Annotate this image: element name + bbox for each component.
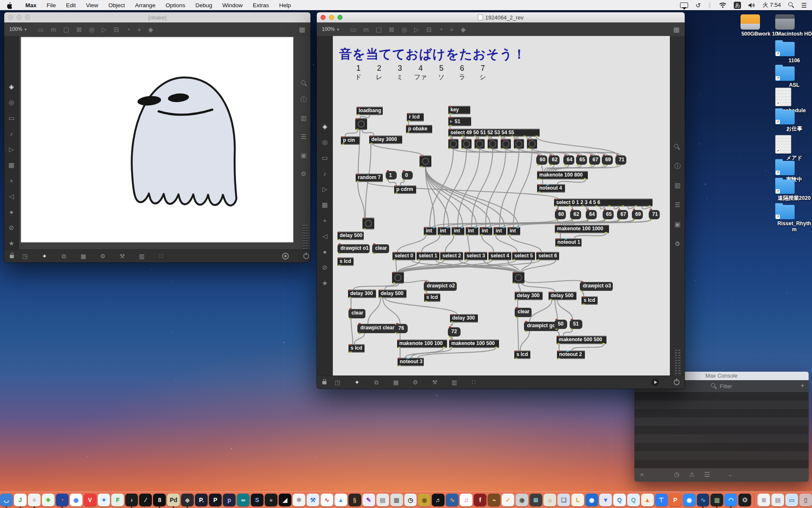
patch-makenote-100-500[interactable]: makenote 100 500: [449, 340, 499, 348]
dock-vlc[interactable]: ▲: [641, 494, 654, 506]
dock-app-grid[interactable]: ⊞: [529, 494, 542, 506]
dock-textedit[interactable]: ≡: [28, 494, 41, 506]
zoom-button[interactable]: [337, 15, 343, 20]
patch-0[interactable]: 0: [402, 171, 413, 179]
message-box-icon[interactable]: m: [363, 26, 369, 33]
grid-toggle-icon[interactable]: ▦: [299, 25, 305, 33]
playbar-icon[interactable]: ▷: [102, 26, 107, 33]
jitter-icon[interactable]: ▷: [322, 186, 327, 192]
audio-power-button[interactable]: [303, 253, 309, 259]
dock-pure-data[interactable]: Pd: [167, 494, 180, 506]
patch-s-lcd[interactable]: s lcd: [514, 351, 530, 359]
grid-snap-icon[interactable]: ▦: [80, 253, 86, 259]
gear-icon[interactable]: ⚙: [100, 253, 106, 259]
search-icon[interactable]: [674, 144, 680, 150]
patch-select-1[interactable]: select 1: [417, 252, 439, 260]
input-source-badge[interactable]: あ: [734, 2, 741, 9]
tools-icon[interactable]: ⚒: [432, 379, 438, 385]
patch-72[interactable]: 72: [448, 327, 461, 337]
patch-int[interactable]: int: [480, 227, 492, 235]
duplicate-icon[interactable]: ⧉: [374, 379, 379, 385]
record-icon[interactable]: ●: [323, 248, 326, 255]
patch-bang-button[interactable]: [527, 139, 537, 149]
patch-int[interactable]: int: [452, 227, 464, 235]
dot-grid-icon[interactable]: ∷: [472, 379, 476, 385]
close-button[interactable]: [321, 15, 326, 20]
panel-icon[interactable]: ▭: [322, 155, 328, 161]
menu-debug[interactable]: Debug: [190, 2, 217, 8]
dock-gold-app[interactable]: ◉: [418, 494, 431, 506]
dock-knob-app[interactable]: ◉: [516, 494, 528, 506]
settings-icon[interactable]: ⚙: [301, 171, 306, 177]
patch-60[interactable]: 60: [536, 155, 547, 165]
message-box-icon[interactable]: m: [51, 26, 56, 33]
patch-int[interactable]: int: [508, 227, 520, 235]
tools-icon[interactable]: ⚒: [120, 253, 125, 259]
patch-69[interactable]: 69: [632, 210, 643, 219]
add-icon[interactable]: +: [10, 177, 14, 184]
dock-knot-app[interactable]: §: [348, 494, 361, 506]
dot-grid-icon[interactable]: ∷: [159, 253, 163, 259]
jitter-icon[interactable]: ▷: [9, 146, 14, 152]
menu-options[interactable]: Options: [160, 2, 190, 8]
patch-select-49-50-51-52-53-54-55[interactable]: select 49 50 51 52 53 54 55: [448, 129, 540, 137]
dock-blue-panel-doc[interactable]: ▭: [785, 494, 798, 506]
dock-garageband[interactable]: ⌁: [488, 494, 500, 506]
dock-safari[interactable]: ✦: [98, 494, 110, 506]
patch-noteout-1[interactable]: noteout 1: [555, 238, 582, 247]
dock-keynote[interactable]: ⊤: [655, 494, 668, 506]
dock-screens-app[interactable]: ❏: [557, 494, 570, 506]
dial-icon[interactable]: ◔: [126, 26, 130, 33]
menu-clock[interactable]: 火 7:54: [763, 1, 781, 9]
dock-intel-gadget[interactable]: ∿: [697, 494, 710, 506]
object-box-icon[interactable]: ▭: [38, 26, 44, 33]
patch-select-2[interactable]: select 2: [440, 252, 463, 260]
comment-icon[interactable]: ▢: [376, 26, 382, 33]
console-icon[interactable]: ☰: [301, 133, 306, 140]
desktop-icon-500gbwork-10[interactable]: 500GBwork 10: [741, 14, 779, 37]
menu-arrange[interactable]: Arrange: [130, 2, 160, 8]
patch-int[interactable]: int: [424, 227, 436, 235]
filter-input[interactable]: Filter: [720, 383, 732, 389]
minimize-button[interactable]: [329, 15, 334, 20]
run-button[interactable]: [651, 378, 659, 386]
patch-71[interactable]: 71: [649, 210, 660, 219]
settings-icon[interactable]: ⚙: [675, 240, 680, 247]
dock-p-dot-app[interactable]: P.: [195, 494, 208, 506]
lock-icon[interactable]: [322, 381, 326, 384]
back-icon[interactable]: ◁: [9, 193, 14, 199]
menu-edit[interactable]: Edit: [61, 2, 81, 8]
disable-icon[interactable]: ⊘: [322, 264, 328, 271]
dock-doc-one[interactable]: ≣: [757, 494, 770, 506]
patch-64[interactable]: 64: [563, 155, 574, 165]
object-explorer-icon[interactable]: ◈: [322, 123, 327, 130]
close-button[interactable]: [8, 15, 13, 20]
dock-doc-two[interactable]: ▤: [771, 494, 784, 506]
obake-titlebar[interactable]: [obake]: [4, 12, 310, 22]
dock-trash[interactable]: ▯: [799, 494, 812, 506]
patch-delay-300[interactable]: delay 300: [348, 290, 376, 298]
object-explorer-icon[interactable]: ◈: [9, 83, 14, 90]
warnings-icon[interactable]: ⚠: [689, 471, 694, 478]
patch-69[interactable]: 69: [602, 155, 613, 165]
rows-icon[interactable]: ☲: [704, 471, 710, 478]
dock-p-circle-app[interactable]: p: [223, 494, 236, 506]
object-box-icon[interactable]: ▭: [350, 26, 356, 33]
dock-firefox[interactable]: ◔: [56, 494, 69, 506]
add-object-icon[interactable]: +: [137, 26, 141, 33]
notification-center-icon[interactable]: ☰: [801, 2, 807, 8]
panel-icon[interactable]: ▭: [8, 115, 14, 121]
slider-icon[interactable]: ⊟: [426, 26, 432, 33]
startup-target-button[interactable]: [282, 253, 289, 260]
patch-s-lcd[interactable]: s lcd: [582, 296, 598, 305]
patch-loadbang[interactable]: loadbang: [357, 107, 383, 115]
dock-itunes[interactable]: ♫: [460, 494, 472, 506]
apple-menu[interactable]: [0, 2, 16, 9]
dock-blue-circle-app[interactable]: ◉: [585, 494, 598, 506]
audio-power-button[interactable]: [674, 379, 680, 385]
presentation-mode-icon[interactable]: ✦: [354, 379, 359, 385]
airplay-icon[interactable]: [680, 3, 688, 8]
wifi-icon[interactable]: [719, 3, 727, 8]
patch-s-lcd[interactable]: s lcd: [348, 344, 365, 353]
dock-prism-app[interactable]: ▲: [335, 494, 347, 506]
